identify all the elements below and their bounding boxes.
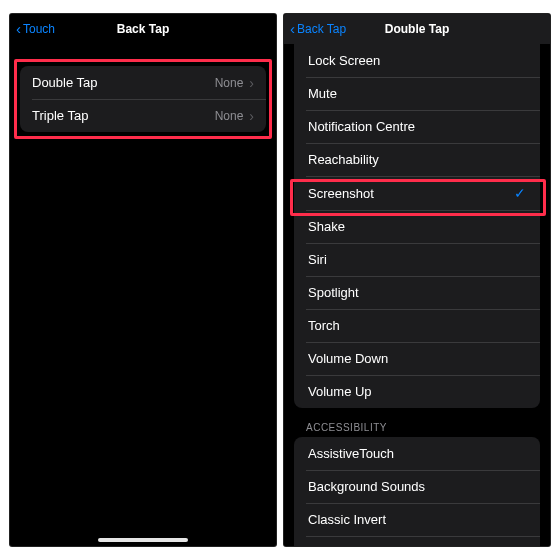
content: Lock ScreenMuteNotification CentreReacha… [284, 44, 550, 546]
option-volume-down[interactable]: Volume Down [294, 342, 540, 375]
screenshot-left: ‹ Touch Back Tap Double TapNone›Triple T… [10, 14, 276, 546]
back-label: Touch [23, 22, 55, 36]
chevron-left-icon: ‹ [290, 21, 295, 36]
options-group-1: Lock ScreenMuteNotification CentreReacha… [294, 44, 540, 408]
setting-row-double-tap[interactable]: Double TapNone› [20, 66, 266, 99]
option-label: Lock Screen [308, 53, 526, 68]
option-spotlight[interactable]: Spotlight [294, 276, 540, 309]
options-group-2: AssistiveTouchBackground SoundsClassic I… [294, 437, 540, 546]
option-assistivetouch[interactable]: AssistiveTouch [294, 437, 540, 470]
option-screenshot[interactable]: Screenshot✓ [294, 176, 540, 210]
content: Double TapNone›Triple TapNone› [10, 44, 276, 546]
option-label: Spotlight [308, 285, 526, 300]
back-button[interactable]: ‹ Touch [16, 22, 55, 36]
option-label: Volume Up [308, 384, 526, 399]
chevron-left-icon: ‹ [16, 21, 21, 36]
home-indicator[interactable] [98, 538, 188, 542]
option-label: Colour Filters [308, 545, 526, 546]
back-label: Back Tap [297, 22, 346, 36]
back-button[interactable]: ‹ Back Tap [290, 22, 346, 36]
option-label: Torch [308, 318, 526, 333]
option-label: Volume Down [308, 351, 526, 366]
option-label: Screenshot [308, 186, 514, 201]
option-colour-filters[interactable]: Colour Filters [294, 536, 540, 546]
option-shake[interactable]: Shake [294, 210, 540, 243]
option-label: Mute [308, 86, 526, 101]
chevron-right-icon: › [249, 109, 254, 123]
setting-row-triple-tap[interactable]: Triple TapNone› [20, 99, 266, 132]
option-volume-up[interactable]: Volume Up [294, 375, 540, 408]
option-label: AssistiveTouch [308, 446, 526, 461]
option-siri[interactable]: Siri [294, 243, 540, 276]
checkmark-icon: ✓ [514, 185, 526, 201]
row-value: None [215, 76, 244, 90]
option-label: Shake [308, 219, 526, 234]
screenshot-right: ‹ Back Tap Double Tap Lock ScreenMuteNot… [284, 14, 550, 546]
row-value: None [215, 109, 244, 123]
option-classic-invert[interactable]: Classic Invert [294, 503, 540, 536]
option-lock-screen[interactable]: Lock Screen [294, 44, 540, 77]
option-reachability[interactable]: Reachability [294, 143, 540, 176]
option-background-sounds[interactable]: Background Sounds [294, 470, 540, 503]
navbar: ‹ Back Tap Double Tap [284, 14, 550, 44]
chevron-right-icon: › [249, 76, 254, 90]
settings-group: Double TapNone›Triple TapNone› [20, 66, 266, 132]
navbar: ‹ Touch Back Tap [10, 14, 276, 44]
option-mute[interactable]: Mute [294, 77, 540, 110]
option-label: Classic Invert [308, 512, 526, 527]
row-label: Triple Tap [32, 108, 215, 123]
option-label: Notification Centre [308, 119, 526, 134]
option-torch[interactable]: Torch [294, 309, 540, 342]
option-notification-centre[interactable]: Notification Centre [294, 110, 540, 143]
option-label: Reachability [308, 152, 526, 167]
option-label: Background Sounds [308, 479, 526, 494]
section-header: ACCESSIBILITY [284, 408, 550, 437]
row-label: Double Tap [32, 75, 215, 90]
option-label: Siri [308, 252, 526, 267]
